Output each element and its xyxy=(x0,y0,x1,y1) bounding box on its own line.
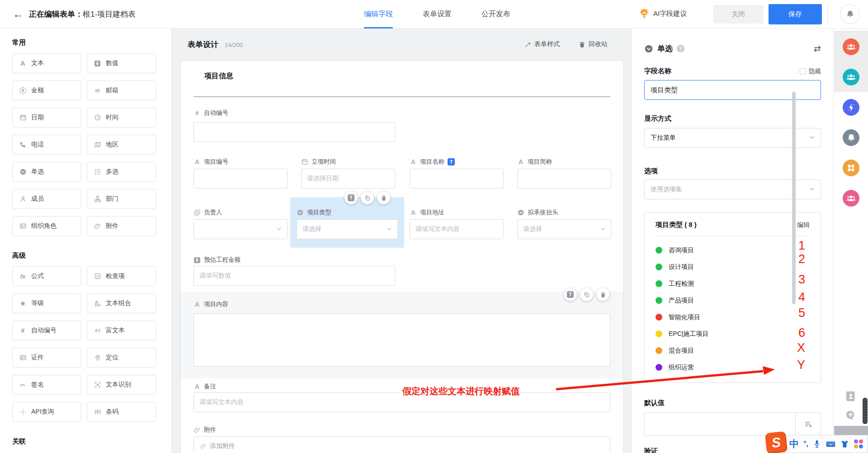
copy-icon xyxy=(584,292,590,298)
palette-item-label: 部门 xyxy=(106,195,118,203)
text-icon: A xyxy=(410,209,417,216)
chevron-down-icon xyxy=(809,186,815,193)
sogou-ime-icon[interactable]: S xyxy=(765,431,788,453)
default-value-input[interactable] xyxy=(644,412,821,436)
palette-item-时间[interactable]: 时间 xyxy=(87,108,156,127)
palette-item-检查项[interactable]: 检查项 xyxy=(87,266,156,286)
palette-item-文本[interactable]: A文本 xyxy=(12,53,81,73)
palette-item-电话[interactable]: 电话 xyxy=(12,135,81,155)
palette-item-自动编号[interactable]: #自动编号 xyxy=(12,321,81,340)
title-toggle-button[interactable]: T xyxy=(564,288,577,301)
ime-language-toggle[interactable]: 中 xyxy=(789,438,799,450)
palette-item-文本组合[interactable]: 文本组合 xyxy=(87,293,156,313)
option-row[interactable]: EPC|施工项目 xyxy=(656,326,810,342)
team-teal-icon[interactable] xyxy=(843,69,859,85)
microphone-icon[interactable] xyxy=(812,439,821,448)
auto-number-input[interactable] xyxy=(193,122,395,142)
palette-item-签名[interactable]: 签名 xyxy=(12,375,81,395)
amount-input[interactable]: 请填写数值 xyxy=(193,266,395,286)
palette-item-label: 条码 xyxy=(106,408,118,416)
notification-bell-button[interactable] xyxy=(840,4,860,24)
contacts-icon[interactable] xyxy=(844,390,857,404)
title-toggle-button[interactable]: T xyxy=(344,191,358,204)
tab-编辑字段[interactable]: 编辑字段 xyxy=(364,0,393,28)
option-row[interactable]: 咨询项目 xyxy=(656,242,810,259)
field-label: 项目地址 xyxy=(420,208,444,217)
palette-item-label: 文本 xyxy=(31,59,44,67)
tab-公开发布[interactable]: 公开发布 xyxy=(481,0,510,28)
palette-item-条码[interactable]: 条码 xyxy=(87,402,156,422)
flash-icon[interactable] xyxy=(843,99,859,116)
recycle-bin-button[interactable]: 回收站 xyxy=(579,40,608,48)
chevron-down-icon xyxy=(600,226,605,233)
swap-field-icon[interactable]: ⇄ xyxy=(814,43,821,54)
palette-item-日期[interactable]: 日期 xyxy=(12,108,81,127)
option-row[interactable]: 组织运营 xyxy=(656,359,810,376)
palette-item-证件[interactable]: 证件 xyxy=(12,348,81,368)
palette-item-富文本[interactable]: 富文本 xyxy=(87,321,156,340)
header-title-select[interactable]: 请选择 xyxy=(517,219,611,239)
sogou-palette-icon[interactable] xyxy=(854,439,863,448)
palette-item-单选[interactable]: 单选 xyxy=(12,162,81,182)
option-row[interactable]: 设计项目 xyxy=(656,259,810,275)
skin-shirt-icon[interactable] xyxy=(840,439,849,449)
option-label: 咨询项目 xyxy=(669,246,694,255)
form-style-button[interactable]: 表单样式 xyxy=(524,40,560,48)
palette-item-成员[interactable]: 成员 xyxy=(12,189,81,209)
save-button[interactable]: 保存 xyxy=(769,4,822,24)
project-name-input[interactable] xyxy=(410,169,504,189)
palette-item-邮箱[interactable]: ✉邮箱 xyxy=(87,80,156,100)
palette-item-label: 地区 xyxy=(106,141,118,149)
palette-item-金额[interactable]: ¥金额 xyxy=(12,80,81,100)
ai-suggest-button[interactable]: AI AI字段建议 xyxy=(638,7,687,20)
copy-field-button[interactable] xyxy=(580,288,593,301)
copy-field-button[interactable] xyxy=(361,191,374,204)
ime-punctuation-toggle[interactable]: °, xyxy=(803,439,808,448)
option-label: 组织运营 xyxy=(669,363,694,372)
edit-options-link[interactable]: 编辑 xyxy=(797,221,810,229)
keyboard-icon[interactable] xyxy=(826,439,835,449)
palette-item-等级[interactable]: ★等级 xyxy=(12,293,81,313)
palette-item-API查询[interactable]: API查询 xyxy=(12,402,81,422)
ime-toolbar: 中 °, xyxy=(784,435,868,453)
palette-item-组织角色[interactable]: 组织角色 xyxy=(12,216,81,236)
option-row[interactable]: 产品项目 xyxy=(656,292,810,309)
palette-item-公式[interactable]: fx公式 xyxy=(12,266,81,286)
palette-item-文本识别[interactable]: 文本识别 xyxy=(87,375,156,395)
owner-select[interactable] xyxy=(193,219,288,239)
default-value-picker-button[interactable] xyxy=(795,413,821,435)
canvas-scrollbar[interactable] xyxy=(792,92,796,304)
project-address-input[interactable]: 请填写文本内容 xyxy=(410,219,504,239)
palette-item-部门[interactable]: 部门 xyxy=(87,189,156,209)
palette-item-多选[interactable]: 多选 xyxy=(87,162,156,182)
help-icon[interactable]: ? xyxy=(677,45,684,52)
palette-item-地区[interactable]: 地区 xyxy=(87,135,156,155)
palette-item-定位[interactable]: 定位 xyxy=(87,348,156,368)
add-attachment-button[interactable]: 添加附件 xyxy=(193,436,610,453)
chat-plus-icon[interactable] xyxy=(844,409,857,423)
start-date-input[interactable]: 请选择日期 xyxy=(301,169,395,189)
option-row[interactable]: 混合项目 xyxy=(656,342,810,359)
delete-field-button[interactable] xyxy=(596,288,609,301)
option-row[interactable]: 工程检测 xyxy=(656,275,810,292)
bell-gray-icon[interactable] xyxy=(843,129,859,146)
hide-label: 隐藏 xyxy=(809,67,821,76)
team-red-icon[interactable] xyxy=(843,38,859,55)
delete-field-button[interactable] xyxy=(377,191,390,204)
remark-input[interactable]: 请填写文本内容 xyxy=(193,392,610,412)
close-button[interactable]: 关闭 xyxy=(713,5,764,24)
hide-checkbox[interactable]: 隐藏 xyxy=(800,67,821,76)
content-textarea[interactable] xyxy=(193,313,610,367)
team-pink-icon[interactable] xyxy=(843,190,859,207)
project-short-name-input[interactable] xyxy=(517,169,611,189)
back-icon[interactable]: ← xyxy=(13,8,24,20)
project-code-input[interactable] xyxy=(193,169,288,189)
option-row[interactable]: 智能化项目 xyxy=(656,309,810,326)
grid-icon[interactable] xyxy=(843,160,859,176)
palette-item-数值[interactable]: 6数值 xyxy=(87,53,156,73)
palette-item-附件[interactable]: 附件 xyxy=(87,216,156,236)
tab-表单设置[interactable]: 表单设置 xyxy=(423,0,452,28)
window-scrollbar[interactable] xyxy=(863,398,868,424)
palette-item-label: 文本组合 xyxy=(106,299,131,307)
project-type-select[interactable]: 请选择 xyxy=(297,219,398,239)
